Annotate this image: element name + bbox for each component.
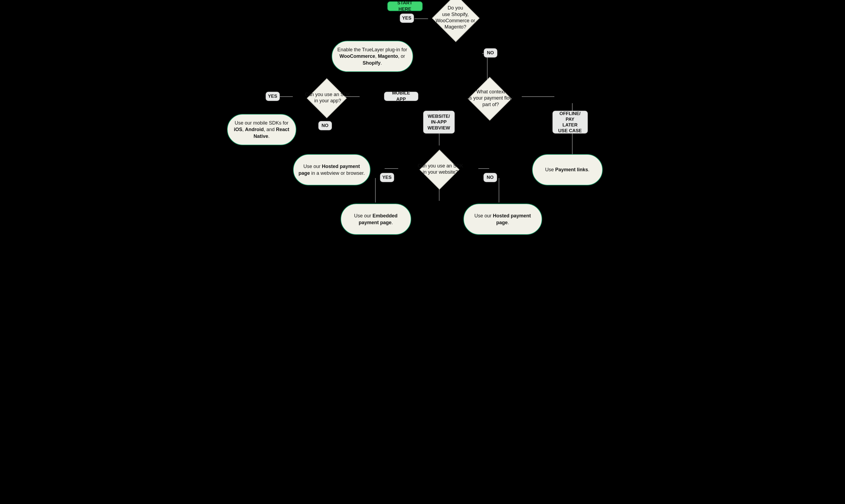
answer-yes-sdkweb: YES (380, 173, 394, 182)
result-mobile-sdk: Use our mobile SDKs for iOS, Android, an… (227, 114, 296, 145)
result-plugin-text: Enable the TrueLayer plug-in for WooComm… (337, 47, 408, 66)
decision-shopify: Do you use Shopify, WooCommerce or Magen… (425, 0, 482, 39)
answer-no-shopify: NO (484, 48, 497, 57)
result-embedded: Use our Embedded payment page. (341, 203, 411, 235)
result-mobile-sdk-text: Use our mobile SDKs for iOS, Android, an… (232, 120, 291, 140)
answer-yes-sdkapp: YES (266, 92, 280, 101)
result-embedded-text: Use our Embedded payment page. (346, 213, 406, 226)
answer-yes-shopify: YES (400, 14, 414, 23)
answer-website-webview: WEBSITE/ IN-APP WEBVIEW (423, 111, 455, 133)
answer-mobile-app: MOBILE APP (384, 92, 418, 101)
result-payment-links: Use Payment links. (532, 154, 603, 185)
answer-no-sdkapp: NO (318, 121, 332, 130)
result-hpp-webview: Use our Hosted payment page in a webview… (293, 154, 370, 185)
answer-no-sdkweb: NO (483, 173, 497, 182)
start-here-pill: START HERE (387, 1, 422, 11)
result-plugin: Enable the TrueLayer plug-in for WooComm… (332, 41, 413, 72)
result-hpp: Use our Hosted payment page. (463, 203, 542, 235)
result-hpp-text: Use our Hosted payment page. (469, 213, 537, 226)
result-payment-links-text: Use Payment links. (545, 166, 589, 173)
decision-context: What context is your payment flow part o… (451, 79, 527, 117)
start-label: START HERE (393, 0, 417, 13)
answer-offline: OFFLINE/ PAY LATER USE CASE (552, 111, 588, 133)
decision-sdk-web: Can you use an SDK in your website? (402, 151, 476, 187)
decision-sdk-app: Can you use an SDK in your app? (291, 80, 362, 115)
result-hpp-webview-text: Use our Hosted payment page in a webview… (298, 163, 365, 176)
